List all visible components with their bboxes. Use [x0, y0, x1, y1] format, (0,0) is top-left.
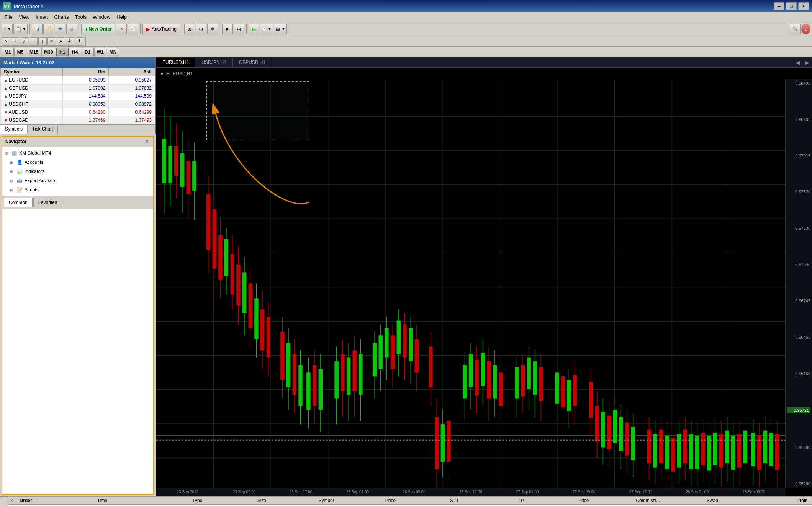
market-watch-panel: Market Watch: 13:27:02 ✕ Symbol Bid Ask … — [0, 57, 156, 134]
tree-item-scripts[interactable]: ⊞ 📝 Scripts — [4, 185, 152, 194]
terminal-button[interactable]: 💻 — [55, 24, 65, 34]
close-terminal-icon[interactable]: ✕ — [10, 498, 13, 503]
crosshair-tool[interactable]: ✛ — [11, 37, 19, 46]
svg-rect-177 — [719, 434, 723, 467]
time-3: 26 Sep 01:00 — [329, 490, 386, 494]
navigator-panel: Navigator ✕ ⊞ 🏢 XM Global MT4 ⊞ 👤 Accoun… — [2, 136, 154, 495]
tab-symbols[interactable]: Symbols — [0, 125, 28, 134]
svg-rect-71 — [334, 361, 338, 398]
bid-cell: 1.37469 — [62, 116, 109, 124]
svg-rect-149 — [625, 422, 629, 455]
tab-tick-chart[interactable]: Tick Chart — [28, 125, 58, 134]
bid-cell: 144.584 — [62, 92, 109, 100]
navigator-close[interactable]: ✕ — [143, 138, 150, 145]
marketwatch-button[interactable]: 📊 — [32, 24, 43, 34]
navigator-button[interactable]: 🧭 — [43, 24, 54, 34]
menu-bar: File View Insert Charts Tools Window Hel… — [0, 12, 812, 22]
tree-item-experts[interactable]: ⊞ 🤖 Expert Advisors — [4, 176, 152, 185]
chart-next-btn[interactable]: ▶ — [803, 59, 811, 67]
clock-button[interactable]: 🕐▼ — [260, 24, 273, 34]
svg-rect-37 — [212, 209, 216, 269]
play-button[interactable]: ▶ — [222, 24, 233, 34]
tf-m5[interactable]: M5 — [14, 48, 26, 56]
price-7: 0.96455 — [787, 335, 810, 340]
arrow-tool[interactable]: ⬆ — [75, 37, 83, 46]
chart-tab-gbpusd[interactable]: GBPUSD,H1 — [233, 58, 272, 67]
svg-rect-119 — [515, 367, 519, 398]
menu-charts[interactable]: Charts — [51, 13, 72, 21]
tf-w1[interactable]: W1 — [94, 48, 106, 56]
price-axis: 0.98495 0.98205 0.97915 0.97620 0.97330 … — [785, 79, 812, 488]
new-order-button[interactable]: + New Order — [81, 24, 115, 34]
zoom-out-button[interactable]: ⊖ — [196, 24, 206, 34]
expert-add-button[interactable]: ⊕ — [249, 24, 259, 34]
type-col: Type — [167, 498, 228, 503]
tf-mn[interactable]: MN — [107, 48, 120, 56]
screenshot-button[interactable]: 📷▼ — [274, 24, 287, 34]
svg-rect-181 — [731, 436, 735, 470]
properties-button[interactable]: ⚙ — [207, 24, 218, 34]
search-button[interactable]: 🔍 — [790, 24, 801, 34]
dash-tool[interactable]: — — [29, 37, 38, 46]
minimize-button[interactable]: ─ — [774, 2, 784, 10]
svg-rect-121 — [521, 365, 525, 396]
skip-button[interactable]: ⏭ — [234, 24, 244, 34]
line-tool[interactable]: ╱ — [20, 37, 28, 46]
label-tool[interactable]: A⃞ — [66, 37, 74, 46]
chart-tab-usdjpy[interactable]: USDJPY,H1 — [195, 58, 232, 67]
separator3 — [140, 24, 141, 34]
tree-item-accounts[interactable]: ⊞ 👤 Accounts — [4, 158, 152, 167]
svg-rect-159 — [665, 436, 669, 469]
close-button[interactable]: ✕ — [798, 2, 809, 10]
text-tool[interactable]: A — [57, 37, 65, 46]
tf-m1[interactable]: M1 — [2, 48, 14, 56]
ask-cell: 1.37493 — [109, 116, 155, 124]
svg-rect-123 — [527, 358, 530, 389]
close-order-button[interactable]: ✕ — [116, 24, 127, 34]
bid-cell: 0.98953 — [62, 100, 109, 108]
svg-rect-95 — [415, 339, 419, 372]
nav-tab-common[interactable]: Common — [4, 198, 33, 207]
svg-rect-189 — [757, 436, 761, 470]
symbol-cell: ▲ USDCHF — [1, 100, 63, 108]
menu-file[interactable]: File — [2, 13, 16, 21]
tf-h4[interactable]: H4 — [69, 48, 81, 56]
title-bar: MT MetaTrader 4 ─ □ ✕ — [0, 0, 812, 12]
menu-help[interactable]: Help — [113, 13, 130, 21]
tf-m15[interactable]: M15 — [27, 48, 41, 56]
chart-tab-eurusd[interactable]: EURUSD,H1 — [156, 58, 195, 67]
terminal-tab[interactable]: Terminal — [0, 497, 8, 506]
tf-d1[interactable]: D1 — [82, 48, 94, 56]
expand-icon: ⊞ — [10, 179, 15, 183]
menu-insert[interactable]: Insert — [33, 13, 51, 21]
svg-rect-105 — [463, 365, 467, 398]
price-4: 0.97330 — [787, 226, 810, 230]
maximize-button[interactable]: □ — [786, 2, 797, 10]
chart-main[interactable]: ▼ EURUSD,H1 — [156, 68, 812, 496]
vertical-tool[interactable]: | — [38, 37, 47, 46]
new-chart-button[interactable]: +▼ — [2, 24, 13, 34]
menu-view[interactable]: View — [16, 13, 33, 21]
chart-prev-btn[interactable]: ◀ — [794, 59, 802, 67]
nav-tab-favorites[interactable]: Favorites — [33, 198, 62, 207]
account-history-button[interactable]: 📈 — [128, 24, 138, 34]
menu-tools[interactable]: Tools — [72, 13, 90, 21]
strategy-tester-button[interactable]: 🔬 — [66, 24, 77, 34]
tf-m30[interactable]: M30 — [41, 48, 56, 56]
cursor-tool[interactable]: ↖ — [2, 37, 10, 46]
tree-item-indicators[interactable]: ⊞ 📊 Indicators — [4, 167, 152, 176]
tf-h1[interactable]: H1 — [56, 48, 69, 56]
menu-window[interactable]: Window — [90, 13, 113, 21]
tree-item-xm[interactable]: ⊞ 🏢 XM Global MT4 — [4, 149, 152, 158]
notification-badge[interactable]: 1 — [801, 24, 810, 34]
xm-icon: 🏢 — [11, 150, 18, 157]
zoom-in-button[interactable]: ⊕ — [184, 24, 195, 34]
pencil-tool[interactable]: ✏ — [47, 37, 56, 46]
autotrading-button[interactable]: ▶ AutoTrading — [142, 24, 180, 34]
time-1: 23 Sep 09:00 — [216, 490, 273, 494]
market-watch-close[interactable]: ✕ — [145, 59, 152, 66]
ask-cell: 0.98972 — [109, 100, 155, 108]
drawing-toolbar: ↖ ✛ ╱ — | ✏ A A⃞ ⬆ — [0, 36, 812, 47]
chart-svg-container — [156, 79, 785, 488]
profile-button[interactable]: 📋▼ — [13, 24, 28, 34]
